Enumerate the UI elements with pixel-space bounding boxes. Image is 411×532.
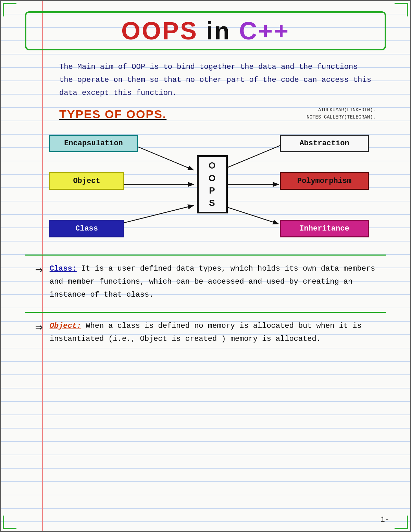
- object-keyword: Object:: [50, 322, 81, 330]
- page-content: OOPS in C++ The Main aim of OOP is to bi…: [1, 1, 410, 368]
- attribution-line2: NOTES GALLERY(TELEGRAM).: [307, 114, 376, 121]
- object-text: When a class is defined no memory is all…: [50, 322, 362, 343]
- object-definition-text: Object: When a class is defined no memor…: [50, 320, 386, 346]
- corner-bl: [3, 516, 16, 529]
- class-definition: ⇒ Class: It is a user defined data types…: [35, 262, 386, 305]
- oops-diagram: Encapsulation Object Class OOPS Abstract…: [49, 128, 376, 244]
- intro-paragraph: The Main aim of OOP is to bind together …: [59, 61, 376, 100]
- center-oops-box: OOPS: [197, 155, 228, 213]
- title-in: in: [198, 17, 239, 45]
- attribution-line1: ATULKUMAR(LINKEDIN).: [307, 107, 376, 114]
- title-cpp: C++: [239, 17, 290, 45]
- box-abstraction: Abstraction: [280, 135, 369, 152]
- corner-tl: [3, 3, 16, 16]
- svg-line-4: [121, 206, 193, 223]
- types-heading: TYPES OF OOPS.: [59, 108, 166, 121]
- box-polymorphism: Polymorphism: [280, 172, 369, 190]
- corner-tr: [395, 3, 408, 16]
- class-definition-text: Class: It is a user defined data types, …: [50, 262, 386, 301]
- class-keyword: Class:: [50, 264, 77, 273]
- arrow-class: ⇒: [35, 262, 43, 277]
- title-oops: OOPS: [121, 17, 198, 45]
- intro-text: The Main aim of OOP is to bind together …: [59, 63, 371, 97]
- svg-line-5: [222, 206, 278, 223]
- object-definition: ⇒ Object: When a class is defined no mem…: [35, 320, 386, 349]
- box-inheritance: Inheritance: [280, 220, 369, 237]
- svg-line-0: [134, 145, 193, 170]
- types-section: TYPES OF OOPS. ATULKUMAR(LINKEDIN). NOTE…: [59, 107, 376, 121]
- box-encapsulation: Encapsulation: [49, 135, 138, 152]
- corner-br: [395, 516, 408, 529]
- divider-1: [25, 255, 386, 256]
- arrow-object: ⇒: [35, 320, 43, 335]
- attribution: ATULKUMAR(LINKEDIN). NOTES GALLERY(TELEG…: [307, 107, 376, 121]
- divider-2: [25, 312, 386, 313]
- class-text: It is a user defined data types, which h…: [50, 264, 375, 299]
- box-object: Object: [49, 172, 124, 190]
- svg-line-1: [222, 145, 281, 170]
- notebook-page: OOPS in C++ The Main aim of OOP is to bi…: [0, 0, 411, 532]
- box-class: Class: [49, 220, 124, 237]
- page-number: 1-: [381, 516, 389, 524]
- title-box: OOPS in C++: [25, 11, 386, 50]
